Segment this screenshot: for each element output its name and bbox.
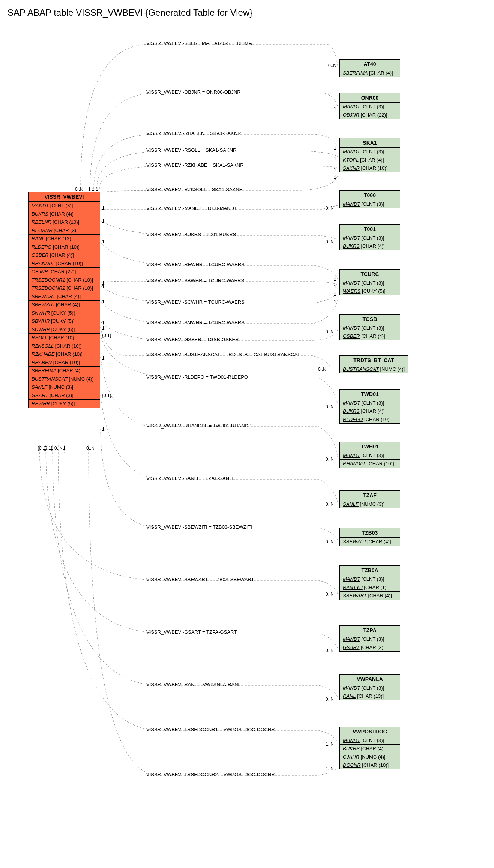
relation-label: VISSR_VWBEVI-SBERFIMA = AT40-SBERFIMA: [146, 40, 252, 46]
cardinality-left: 1: [102, 355, 105, 361]
entity-field: BUKRS [CHAR (4)]: [340, 745, 400, 753]
entity-field: KTOPL [CHAR (4)]: [340, 156, 400, 164]
cardinality-left: 1: [102, 299, 105, 304]
cardinality-right: 1..N: [326, 766, 334, 771]
cardinality-right: 0..N: [326, 592, 334, 597]
cardinality-right: 1: [334, 175, 336, 180]
ref-entity-name: ONR00: [340, 93, 400, 103]
main-entity: VISSR_VWBEVI MANDT [CLNT (3)]BUKRS [CHAR…: [28, 192, 100, 408]
ref-entity-VWPOSTDOC: VWPOSTDOCMANDT [CLNT (3)]BUKRS [CHAR (4)…: [339, 727, 400, 769]
entity-field: SBEWZITI [CHAR (4)]: [29, 301, 100, 309]
entity-field: GSART [CHAR (3)]: [29, 391, 100, 400]
cardinality-left: 1: [88, 187, 91, 192]
relation-label: VISSR_VWBEVI-RZKSOLL = SKA1-SAKNR: [146, 187, 243, 192]
relation-label: VISSR_VWBEVI-SBEWART = TZB0A-SBEWART: [146, 577, 254, 582]
ref-entity-AT40: AT40SBERFIMA [CHAR (4)]: [339, 59, 400, 77]
entity-field: MANDT [CLNT (3)]: [340, 324, 400, 332]
ref-entity-name: TGSB: [340, 315, 400, 324]
cardinality-right: 0..N: [326, 457, 334, 462]
cardinality-right: 1: [334, 106, 336, 111]
cardinality-right: 1: [334, 156, 336, 161]
ref-entity-name: TZPA: [340, 626, 400, 635]
cardinality-left: 0..N: [75, 187, 83, 192]
entity-field: RANL [CHAR (13)]: [29, 235, 100, 243]
entity-field: BUSTRANSCAT [NUMC (4)]: [340, 365, 408, 373]
cardinality-right: 1: [334, 292, 336, 297]
entity-field: RANTYP [CHAR (1)]: [340, 583, 400, 592]
cardinality-right: 0..N: [326, 329, 334, 334]
entity-field: GSBER [CHAR (4)]: [340, 332, 400, 340]
entity-field: MANDT [CLNT (3)]: [340, 234, 400, 242]
ref-entity-TCURC: TCURCMANDT [CLNT (3)]WAERS [CUKY (5)]: [339, 269, 400, 295]
cardinality-right: 1: [334, 277, 336, 282]
relation-label: VISSR_VWBEVI-SANLF = TZAF-SANLF: [146, 475, 235, 481]
entity-field: SANLF [NUMC (3)]: [340, 500, 400, 508]
entity-field: MANDT [CLNT (3)]: [340, 684, 400, 692]
entity-field: RLDEPO [CHAR (10)]: [340, 415, 400, 423]
entity-field: SANLF [NUMC (3)]: [29, 383, 100, 391]
entity-field: RLDEPO [CHAR (10)]: [29, 243, 100, 251]
cardinality-left: 1: [102, 325, 105, 331]
entity-field: RHANDPL [CHAR (10)]: [29, 259, 100, 268]
ref-entity-TZAF: TZAFSANLF [NUMC (3)]: [339, 490, 400, 508]
entity-field: SCWHR [CUKY (5)]: [29, 325, 100, 334]
entity-field: SBEWART [CHAR (4)]: [340, 592, 400, 600]
relation-label: VISSR_VWBEVI-SBWHR = TCURC-WAERS: [146, 278, 244, 283]
entity-field: MANDT [CLNT (3)]: [340, 451, 400, 460]
entity-field: MANDT [CLNT (3)]: [340, 635, 400, 643]
entity-field: RHANDPL [CHAR (10)]: [340, 460, 400, 468]
cardinality-right: 0..N: [326, 205, 334, 211]
relation-label: VISSR_VWBEVI-BUSTRANSCAT = TRDTS_BT_CAT-…: [146, 352, 300, 357]
ref-entity-name: TWH01: [340, 442, 400, 451]
ref-entity-name: VWPOSTDOC: [340, 727, 400, 736]
relation-label: VISSR_VWBEVI-RLDEPO = TWD01-RLDEPO: [146, 374, 248, 380]
cardinality-right: 0..N: [326, 539, 334, 544]
entity-field: BUKRS [CHAR (4)]: [340, 242, 400, 250]
ref-entity-ONR00: ONR00MANDT [CLNT (3)]OBJNR [CHAR (22)]: [339, 93, 400, 119]
entity-field: MANDT [CLNT (3)]: [340, 736, 400, 745]
ref-entity-T001: T001MANDT [CLNT (3)]BUKRS [CHAR (4)]: [339, 224, 400, 250]
ref-entity-TZPA: TZPAMANDT [CLNT (3)]GSART [CHAR (3)]: [339, 625, 400, 652]
cardinality-right: 0..N: [328, 63, 336, 68]
entity-field: RZKHABE [CHAR (10)]: [29, 350, 100, 358]
entity-field: SBERFIMA [CHAR (4)]: [29, 367, 100, 375]
ref-entity-name: SKA1: [340, 138, 400, 148]
cardinality-right: 1: [334, 145, 336, 151]
cardinality-left: 1: [102, 239, 105, 244]
cardinality-right: 0..N: [318, 367, 326, 372]
main-entity-name: VISSR_VWBEVI: [29, 192, 100, 202]
entity-field: TRSEDOCNR1 [CHAR (10)]: [29, 276, 100, 284]
cardinality-right: 1..N: [326, 742, 334, 747]
ref-entity-T000: T000MANDT [CLNT (3)]: [339, 190, 400, 208]
ref-entity-SKA1: SKA1MANDT [CLNT (3)]KTOPL [CHAR (4)]SAKN…: [339, 138, 400, 172]
ref-entity-TZB0A: TZB0AMANDT [CLNT (3)]RANTYP [CHAR (1)]SB…: [339, 565, 400, 600]
entity-field: RBELNR [CHAR (10)]: [29, 218, 100, 226]
relation-label: VISSR_VWBEVI-TRSEDOCNR2 = VWPOSTDOC-DOCN…: [146, 772, 275, 777]
entity-field: MANDT [CLNT (3)]: [340, 399, 400, 407]
cardinality-left: {0,1}: [102, 393, 111, 398]
entity-field: TRSEDOCNR2 [CHAR (10)]: [29, 284, 100, 292]
relation-label: VISSR_VWBEVI-TRSEDOCNR1 = VWPOSTDOC-DOCN…: [146, 727, 275, 732]
entity-field: SAKNR [CHAR (10)]: [340, 164, 400, 172]
entity-field: RSOLL [CHAR (10)]: [29, 334, 100, 342]
ref-entity-TWD01: TWD01MANDT [CLNT (3)]BUKRS [CHAR (4)]RLD…: [339, 389, 400, 424]
connector-lines: [8, 22, 486, 865]
ref-entity-name: VWPANLA: [340, 675, 400, 684]
ref-entity-TZB03: TZB03SBEWZITI [CHAR (4)]: [339, 528, 400, 546]
entity-field: MANDT [CLNT (3)]: [340, 575, 400, 583]
entity-field: RZKSOLL [CHAR (10)]: [29, 342, 100, 350]
entity-field: RPOSNR [CHAR (3)]: [29, 226, 100, 235]
entity-field: SBEWZITI [CHAR (4)]: [340, 538, 400, 546]
entity-field: SBERFIMA [CHAR (4)]: [340, 69, 400, 77]
entity-field: MANDT [CLNT (3)]: [340, 148, 400, 156]
cardinality-right: 0..N: [326, 697, 334, 702]
entity-field: SBWHR [CUKY (5)]: [29, 317, 100, 325]
ref-entity-VWPANLA: VWPANLAMANDT [CLNT (3)]RANL [CHAR (13)]: [339, 674, 400, 700]
cardinality-right: 0..N: [326, 404, 334, 409]
relation-label: VISSR_VWBEVI-SNWHR = TCURC-WAERS: [146, 320, 245, 325]
ref-entity-name: TZB0A: [340, 566, 400, 575]
er-diagram: VISSR_VWBEVI MANDT [CLNT (3)]BUKRS [CHAR…: [8, 22, 486, 865]
relation-label: VISSR_VWBEVI-GSART = TZPA-GSART: [146, 629, 237, 635]
relation-label: VISSR_VWBEVI-RHABEN = SKA1-SAKNR: [146, 130, 241, 136]
entity-field: WAERS [CUKY (5)]: [340, 287, 400, 295]
